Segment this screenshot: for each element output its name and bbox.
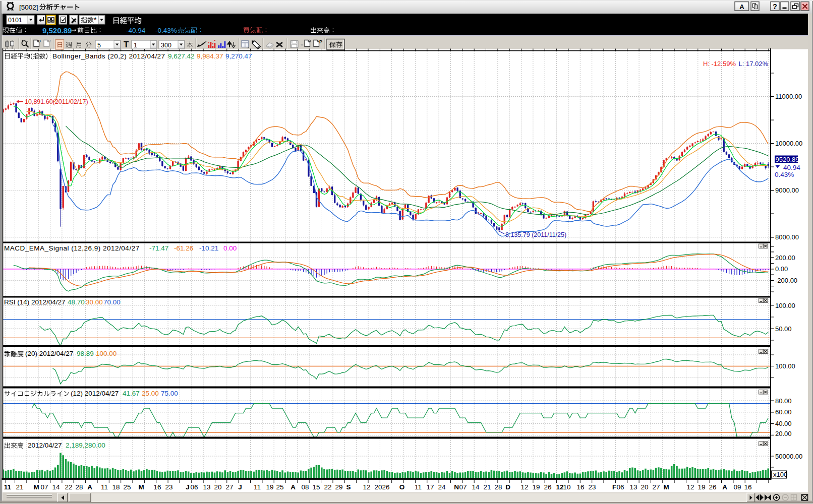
svg-text:22: 22 <box>65 483 72 491</box>
svg-text:20: 20 <box>641 483 648 491</box>
svg-text:J: J <box>238 483 242 491</box>
svg-text:21: 21 <box>16 483 23 491</box>
svg-text:M: M <box>33 483 39 491</box>
svg-text:11: 11 <box>415 483 422 491</box>
svg-text:x100: x100 <box>773 471 787 478</box>
svg-text:15: 15 <box>312 483 320 491</box>
svg-text:20: 20 <box>374 483 382 491</box>
svg-text:07: 07 <box>459 483 467 491</box>
svg-text:0.00: 0.00 <box>775 265 788 273</box>
svg-text:M: M <box>663 483 669 491</box>
svg-text:13: 13 <box>629 483 637 491</box>
svg-text:26: 26 <box>382 483 389 491</box>
svg-text:12: 12 <box>686 483 694 491</box>
svg-text:H: -12.59%: H: -12.59% <box>703 60 736 68</box>
svg-text:9520.89: 9520.89 <box>776 156 799 163</box>
svg-text:06: 06 <box>190 483 198 491</box>
svg-text:-40.94: -40.94 <box>126 27 146 34</box>
svg-text:D: D <box>505 483 510 491</box>
svg-text:1: 1 <box>134 42 137 49</box>
svg-text:13: 13 <box>203 483 210 491</box>
svg-text:A: A <box>722 483 727 491</box>
svg-text:-0.43%: -0.43% <box>155 27 177 34</box>
svg-text:100.00: 100.00 <box>775 362 795 370</box>
svg-text:26: 26 <box>544 483 551 491</box>
svg-text:40.94: 40.94 <box>783 164 800 171</box>
svg-text:80.00: 80.00 <box>775 397 792 405</box>
svg-text:A: A <box>291 483 296 491</box>
svg-text:21: 21 <box>483 483 491 491</box>
svg-text:D: D <box>38 39 41 43</box>
svg-text:23: 23 <box>165 483 172 491</box>
svg-text:26: 26 <box>709 483 716 491</box>
svg-text:9,520.89: 9,520.89 <box>42 26 72 35</box>
svg-text:14: 14 <box>52 483 60 491</box>
svg-text:19: 19 <box>532 483 540 491</box>
svg-text:200.00: 200.00 <box>775 254 795 262</box>
svg-text:[5002]: [5002] <box>19 4 38 11</box>
svg-text:N: N <box>454 483 459 491</box>
svg-text:10,891.60(2011/02/17): 10,891.60(2011/02/17) <box>25 98 88 105</box>
svg-text:10000.00: 10000.00 <box>775 140 802 147</box>
svg-text:50000.00: 50000.00 <box>775 453 802 460</box>
svg-text:27: 27 <box>225 483 233 491</box>
svg-text:S: S <box>346 483 351 491</box>
svg-text:28: 28 <box>494 483 502 491</box>
svg-text:5: 5 <box>97 42 101 49</box>
svg-text:17: 17 <box>426 483 434 491</box>
svg-text:T: T <box>124 40 129 49</box>
svg-text:9000.00: 9000.00 <box>775 186 799 194</box>
svg-text:19: 19 <box>266 483 273 491</box>
svg-text:14: 14 <box>472 483 480 491</box>
svg-text:20.00: 20.00 <box>775 430 792 437</box>
svg-text:M: M <box>138 483 144 491</box>
svg-text:40.00: 40.00 <box>775 420 792 427</box>
svg-text:27: 27 <box>652 483 660 491</box>
svg-text:20: 20 <box>214 483 221 491</box>
svg-text:16: 16 <box>744 483 751 491</box>
svg-text:100.00: 100.00 <box>775 302 795 309</box>
svg-text:09: 09 <box>733 483 741 491</box>
svg-text:Bollinger_Bands (20,2) 2012/04: Bollinger_Bands (20,2) 2012/04/279,627.4… <box>52 52 252 60</box>
svg-text:16: 16 <box>576 483 584 491</box>
svg-text:50.00: 50.00 <box>775 325 792 333</box>
svg-text:(20) 2012/04/2798.89100.00: (20) 2012/04/2798.89100.00 <box>25 350 117 357</box>
svg-text:O: O <box>399 483 405 491</box>
svg-text:22: 22 <box>324 483 331 491</box>
svg-text:12: 12 <box>363 483 370 491</box>
svg-text:L: 17.02%: L: 17.02% <box>738 60 768 68</box>
svg-text:RSI (14) 2012/04/2748.7030.007: RSI (14) 2012/04/2748.7030.0070.00 <box>4 298 121 306</box>
svg-text:25: 25 <box>276 483 283 491</box>
svg-text:A: A <box>739 3 744 11</box>
svg-text:A: A <box>87 483 92 491</box>
svg-text:12: 12 <box>556 483 563 491</box>
svg-text:*: * <box>94 16 97 24</box>
svg-text:18: 18 <box>112 483 120 491</box>
svg-text:06: 06 <box>616 483 624 491</box>
svg-text:P: P <box>319 39 322 44</box>
svg-text:11: 11 <box>101 483 108 491</box>
svg-text:23: 23 <box>588 483 596 491</box>
svg-text:11000.00: 11000.00 <box>775 93 802 100</box>
svg-text:07: 07 <box>40 483 48 491</box>
svg-text:8,135.79 (2011/11/25): 8,135.79 (2011/11/25) <box>505 231 566 238</box>
svg-text:29: 29 <box>335 483 342 491</box>
svg-text:24: 24 <box>438 483 446 491</box>
svg-text:MACD_EMA_Signal (12,26,9) 2012: MACD_EMA_Signal (12,26,9) 2012/04/27-71.… <box>4 244 237 252</box>
svg-text:-200.00: -200.00 <box>775 277 797 284</box>
svg-text:(12) 2012/04/2741.6725.0075.00: (12) 2012/04/2741.6725.0075.00 <box>71 390 178 397</box>
svg-text:19: 19 <box>698 483 705 491</box>
svg-text:?: ? <box>773 3 777 11</box>
svg-text:11: 11 <box>254 483 261 491</box>
svg-text:J: J <box>186 483 190 491</box>
svg-text:60.00: 60.00 <box>775 408 792 416</box>
svg-text:16: 16 <box>153 483 161 491</box>
svg-text:300: 300 <box>161 42 171 49</box>
svg-text:2012/04/272,189,280.00: 2012/04/272,189,280.00 <box>28 442 105 449</box>
svg-text:25: 25 <box>123 483 131 491</box>
svg-text:0101: 0101 <box>8 17 22 24</box>
svg-text:10: 10 <box>563 483 570 491</box>
svg-text:0.43%: 0.43% <box>775 171 794 178</box>
svg-text:08: 08 <box>301 483 309 491</box>
svg-text:28: 28 <box>75 483 83 491</box>
